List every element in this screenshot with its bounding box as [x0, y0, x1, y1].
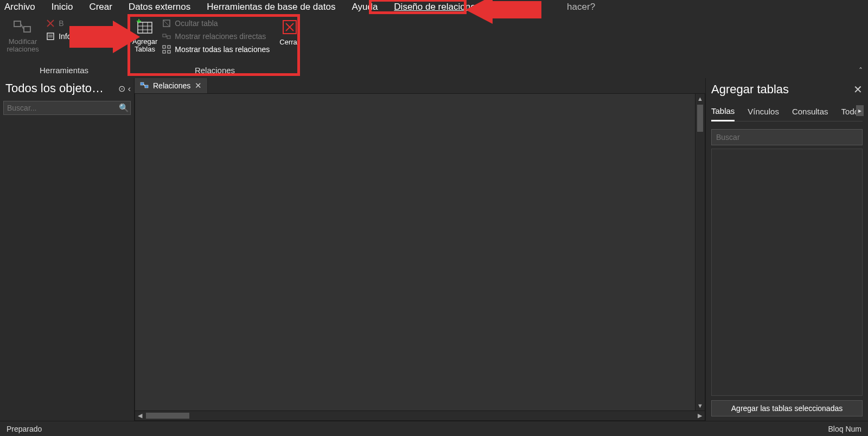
add-tables-label: Agregar Tablas: [132, 38, 157, 54]
workspace: Todos los objeto… ⊙ ‹ 🔍 Relaciones ✕ ▲ ▼: [0, 78, 868, 421]
show-direct-relations-label: Mostrar relaciones directas: [175, 32, 266, 41]
modify-relations-button: Modificar relaciones: [4, 17, 41, 54]
nav-search[interactable]: 🔍: [3, 101, 131, 115]
clear-layout-button: B: [46, 18, 124, 28]
ribbon-group-tools-title: Herramientas: [4, 65, 124, 77]
svg-rect-21: [168, 46, 170, 48]
close-relations-label: Cerrar: [279, 38, 299, 46]
ribbon-group-relations-title: Relaciones: [132, 65, 297, 77]
close-pane-icon[interactable]: ✕: [853, 83, 863, 96]
nav-search-input[interactable]: [4, 101, 117, 114]
svg-line-16: [163, 20, 170, 27]
show-direct-relations-button: Mostrar relaciones directas: [162, 31, 270, 41]
add-selected-tables-button[interactable]: Agregar las tablas seleccionadas: [711, 400, 863, 416]
add-tables-button[interactable]: Agregar Tablas: [132, 17, 157, 54]
close-tab-icon[interactable]: ✕: [195, 81, 202, 91]
navigation-pane: Todos los objeto… ⊙ ‹ 🔍: [0, 78, 135, 421]
h-scroll-thumb[interactable]: [146, 413, 189, 419]
relations-tab-icon: [140, 81, 149, 91]
svg-rect-8: [138, 22, 152, 33]
clear-x-icon: [46, 18, 55, 28]
menubar: Archivo Inicio Crear Datos externos Herr…: [0, 0, 868, 14]
menu-datos-externos[interactable]: Datos externos: [129, 2, 190, 12]
document-area: Relaciones ✕ ▲ ▼ ◀ ▶: [135, 78, 705, 421]
tell-me-text[interactable]: hacer?: [567, 2, 595, 12]
menu-inicio[interactable]: Inicio: [52, 2, 73, 12]
ribbon-group-tools: Modificar relaciones B Informe de relaci…: [0, 14, 128, 78]
svg-rect-17: [163, 34, 166, 37]
svg-rect-29: [141, 82, 144, 85]
svg-rect-18: [167, 36, 170, 39]
nav-pane-header[interactable]: Todos los objeto… ⊙ ‹: [0, 78, 134, 99]
ribbon-group-relations: Agregar Tablas Ocultar tabla Mostrar rel…: [128, 14, 302, 78]
add-tables-title: Agregar tablas: [711, 82, 789, 97]
menu-herramientas-bd[interactable]: Herramientas de base de datos: [207, 2, 335, 12]
show-all-relations-button[interactable]: Mostrar todas las relaciones: [162, 44, 270, 54]
close-relations-button[interactable]: Cerrar: [279, 17, 299, 46]
scroll-up-icon[interactable]: ▲: [695, 94, 705, 104]
scroll-right-icon[interactable]: ▶: [695, 411, 705, 420]
ribbon: Modificar relaciones B Informe de relaci…: [0, 14, 868, 78]
svg-rect-1: [24, 27, 30, 32]
svg-line-31: [144, 84, 145, 86]
close-x-icon: [280, 18, 299, 36]
report-icon: [46, 31, 55, 41]
hide-table-icon: [162, 18, 171, 28]
tabs-scroll-right-icon[interactable]: ▸: [856, 105, 864, 116]
svg-rect-30: [145, 85, 148, 88]
add-tables-search-input[interactable]: [712, 130, 862, 145]
menu-archivo[interactable]: Archivo: [4, 2, 35, 12]
svg-rect-20: [163, 46, 165, 48]
vertical-scrollbar[interactable]: ▲ ▼: [695, 94, 705, 411]
add-tables-search[interactable]: [711, 129, 863, 145]
all-relations-icon: [162, 44, 171, 54]
menu-ayuda[interactable]: Ayuda: [352, 2, 378, 12]
status-right: Bloq Num: [828, 425, 861, 433]
add-tables-tabs: Tablas Vínculos Consultas Todo ▸: [711, 104, 863, 121]
tab-tablas[interactable]: Tablas: [711, 104, 735, 121]
status-left: Preparado: [7, 425, 42, 433]
svg-rect-23: [168, 50, 170, 53]
scroll-left-icon[interactable]: ◀: [135, 411, 145, 420]
direct-relations-icon: [162, 31, 171, 41]
relation-report-button[interactable]: Informe de relación: [46, 31, 124, 41]
add-tables-list[interactable]: [711, 149, 863, 396]
relations-icon: [13, 18, 33, 36]
v-scroll-thumb[interactable]: [697, 105, 703, 132]
nav-pane-dropdown-icon[interactable]: ⊙ ‹: [118, 84, 131, 94]
doc-tab-title: Relaciones: [153, 81, 190, 90]
svg-rect-5: [47, 33, 54, 40]
add-table-icon: [135, 18, 155, 36]
relation-report-label: Informe de relación: [59, 32, 124, 41]
show-all-relations-label: Mostrar todas las relaciones: [175, 45, 270, 54]
menu-diseno-relaciones[interactable]: Diseño de relaciones: [394, 2, 480, 12]
hide-table-label: Ocultar tabla: [175, 19, 218, 28]
menu-crear[interactable]: Crear: [89, 2, 112, 12]
doc-tabs: Relaciones ✕: [135, 78, 705, 93]
svg-rect-0: [14, 21, 21, 27]
collapse-ribbon-button[interactable]: ˄: [859, 66, 863, 75]
hide-table-button: Ocultar tabla: [162, 18, 270, 28]
clear-layout-label: B: [59, 19, 63, 28]
tab-vinculos[interactable]: Vínculos: [748, 105, 779, 120]
nav-pane-title: Todos los objeto…: [5, 81, 104, 95]
add-tables-pane: Agregar tablas ✕ Tablas Vínculos Consult…: [705, 78, 868, 421]
horizontal-scrollbar[interactable]: ◀ ▶: [135, 411, 705, 420]
search-icon[interactable]: 🔍: [117, 103, 130, 113]
svg-rect-22: [163, 50, 165, 53]
statusbar: Preparado Bloq Num: [0, 421, 868, 436]
scroll-down-icon[interactable]: ▼: [695, 401, 705, 411]
doc-tab-relaciones[interactable]: Relaciones ✕: [135, 78, 208, 93]
modify-relations-label: Modificar relaciones: [7, 38, 39, 54]
tab-consultas[interactable]: Consultas: [792, 105, 828, 120]
relations-canvas[interactable]: ▲ ▼ ◀ ▶: [135, 93, 705, 421]
